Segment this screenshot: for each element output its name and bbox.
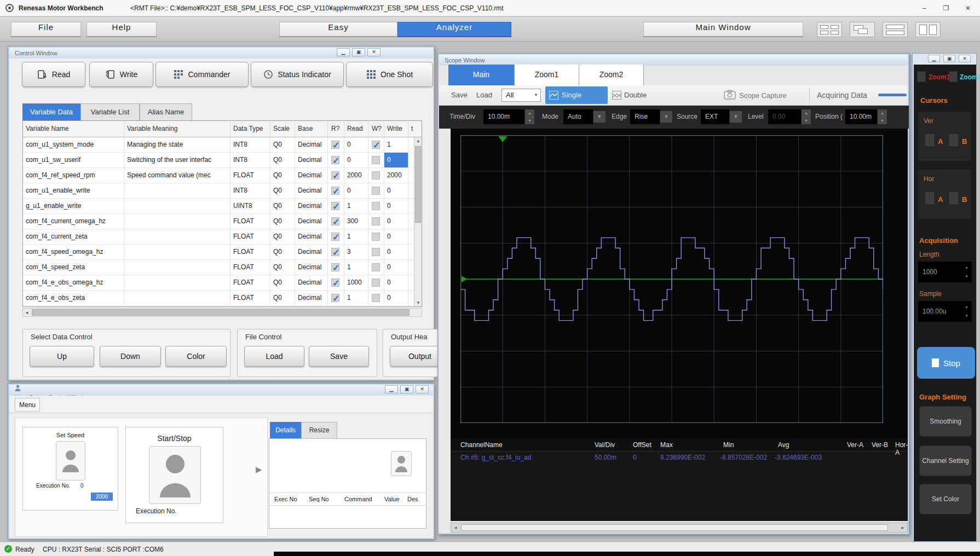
scroll-up-icon[interactable]: ▲ — [414, 138, 422, 143]
channel-setting-button[interactable]: Channel Setting — [919, 445, 972, 476]
layout-horizontal-icon[interactable] — [883, 22, 908, 37]
read-checkbox[interactable] — [331, 156, 339, 164]
read-checkbox[interactable] — [331, 279, 339, 287]
mode-dropdown-icon[interactable]: ▼ — [593, 111, 606, 123]
cell-write-value[interactable]: 2000 — [384, 168, 408, 183]
control-close-icon[interactable]: ✕ — [367, 48, 381, 56]
table-vertical-scrollbar[interactable]: ▲ ▼ — [414, 137, 422, 306]
length-spinner[interactable]: ▲▼ — [962, 263, 971, 281]
set-color-button[interactable]: Set Color — [919, 484, 972, 514]
table-row[interactable]: com_f4_speed_omega_hz FLOAT Q0 Decimal 3… — [23, 245, 422, 260]
write-checkbox[interactable] — [372, 279, 380, 287]
write-checkbox[interactable] — [372, 294, 380, 302]
user-minimize-icon[interactable]: ▁ — [385, 385, 398, 393]
set-speed-person-button[interactable] — [56, 441, 85, 480]
start-stop-person-button[interactable] — [149, 446, 201, 504]
scope-save-button[interactable]: Save — [451, 91, 468, 99]
tab-resize[interactable]: Resize — [301, 422, 337, 439]
table-row[interactable]: com_f4_e_obs_zeta FLOAT Q0 Decimal 1 0 — [23, 291, 422, 306]
ver-b-checkbox[interactable] — [949, 134, 959, 147]
table-row[interactable]: com_f4_current_zeta FLOAT Q0 Decimal 1 0 — [23, 229, 422, 245]
time-div-field[interactable]: 10.00m — [483, 109, 524, 124]
table-row[interactable]: com_u1_sw_userif Switching of the user i… — [23, 153, 422, 168]
col-variable-name[interactable]: Variable Name — [23, 121, 124, 137]
write-checkbox[interactable] — [372, 217, 380, 225]
tab-main[interactable]: Main — [448, 65, 515, 85]
tab-zoom1[interactable]: Zoom1 — [515, 65, 579, 85]
scroll-left-icon[interactable]: ◄ — [24, 310, 30, 315]
table-horizontal-scrollbar[interactable]: ◄ — [22, 308, 422, 317]
expand-arrow-icon[interactable]: ▶ — [256, 465, 262, 474]
panel-minimize-icon[interactable]: ▁ — [928, 55, 940, 62]
hor-a-checkbox[interactable] — [925, 192, 935, 205]
scope-load-button[interactable]: Load — [476, 91, 492, 99]
analyzer-button[interactable]: Analyzer — [397, 22, 511, 37]
source-field[interactable]: EXT — [701, 109, 729, 124]
cell-write-value[interactable]: 0 — [384, 275, 408, 290]
status-indicator-button[interactable]: Status Indicator — [251, 62, 344, 87]
down-button[interactable]: Down — [100, 346, 161, 367]
zoom1-checkbox[interactable] — [917, 71, 926, 82]
read-checkbox[interactable] — [331, 263, 339, 271]
help-button[interactable]: Help — [87, 22, 157, 37]
panel-close-icon[interactable]: ✕ — [959, 55, 971, 62]
user-close-icon[interactable]: ✕ — [416, 385, 429, 393]
read-checkbox[interactable] — [331, 141, 339, 149]
cell-write-value[interactable]: 0 — [384, 214, 408, 229]
table-row[interactable]: com_f4_ref_speed_rpm Speed command value… — [23, 168, 422, 183]
write-checkbox[interactable] — [372, 233, 380, 241]
cell-write-value[interactable]: 0 — [384, 260, 408, 275]
channel-filter-select[interactable]: All ▼ — [501, 89, 541, 102]
position-field[interactable]: 10.00m — [845, 109, 877, 124]
write-checkbox[interactable] — [372, 171, 380, 179]
start-stop-card[interactable]: Start/Stop Execution No. — [125, 427, 223, 523]
user-maximize-icon[interactable]: ▣ — [400, 385, 413, 393]
layout-tile-icon[interactable] — [817, 22, 842, 37]
one-shot-button[interactable]: One Shot — [346, 62, 433, 87]
read-checkbox[interactable] — [331, 248, 339, 256]
single-mode-button[interactable]: Single — [545, 86, 608, 104]
col-w[interactable]: W? — [368, 121, 384, 137]
write-checkbox[interactable] — [372, 263, 380, 271]
level-field[interactable]: 0.00 — [768, 109, 801, 124]
col-base[interactable]: Base — [295, 121, 328, 137]
set-speed-card[interactable]: Set Speed Execution No. 0 2000 — [22, 427, 118, 511]
main-window-button[interactable]: Main Window — [643, 22, 803, 37]
minimize-icon[interactable]: – — [917, 3, 931, 13]
tab-alias-name[interactable]: Alias Name — [140, 103, 192, 120]
scope-scroll-thumb[interactable] — [461, 524, 888, 531]
time-div-spinner[interactable]: ▲▼ — [525, 109, 534, 124]
control-maximize-icon[interactable]: ▣ — [352, 48, 365, 56]
hor-b-checkbox[interactable] — [949, 192, 959, 205]
table-row[interactable]: g_u1_enable_write UINT8 Q0 Decimal 1 0 — [23, 199, 422, 214]
load-button[interactable]: Load — [244, 346, 304, 367]
length-field[interactable]: 1000 ▲▼ — [918, 262, 972, 282]
edge-field[interactable]: Rise — [630, 109, 660, 124]
save-button[interactable]: Save — [309, 346, 369, 367]
col-r[interactable]: R? — [328, 121, 344, 137]
col-read[interactable]: Read — [344, 121, 368, 137]
cell-write-value[interactable]: 0 — [384, 229, 408, 244]
read-checkbox[interactable] — [331, 217, 339, 225]
read-checkbox[interactable] — [331, 202, 339, 210]
up-button[interactable]: Up — [30, 346, 94, 367]
layout-vertical-icon[interactable] — [915, 22, 941, 37]
color-button[interactable]: Color — [165, 346, 227, 367]
level-spinner[interactable]: ▲▼ — [802, 109, 811, 124]
scope-horizontal-scrollbar[interactable]: ◄ ► — [451, 523, 908, 532]
write-checkbox[interactable] — [372, 248, 380, 256]
commander-button[interactable]: Commander — [155, 62, 249, 87]
write-button[interactable]: Write — [89, 62, 153, 87]
tab-variable-data[interactable]: Variable Data — [22, 103, 80, 120]
col-write[interactable]: Write — [384, 121, 408, 137]
maximize-icon[interactable]: ❐ — [939, 3, 953, 13]
position-spinner[interactable]: ▲▼ — [878, 109, 887, 124]
read-checkbox[interactable] — [331, 187, 339, 195]
cell-write-value[interactable]: 0 — [384, 153, 408, 167]
table-row[interactable]: com_u1_system_mode Managing the state IN… — [23, 137, 422, 153]
control-minimize-icon[interactable]: ▁ — [337, 48, 350, 56]
menu-button[interactable]: Menu — [15, 398, 40, 412]
sample-field[interactable]: 100.00u ▲▼ — [918, 301, 972, 322]
sample-spinner[interactable]: ▲▼ — [962, 303, 971, 320]
tab-zoom2[interactable]: Zoom2 — [579, 65, 644, 85]
